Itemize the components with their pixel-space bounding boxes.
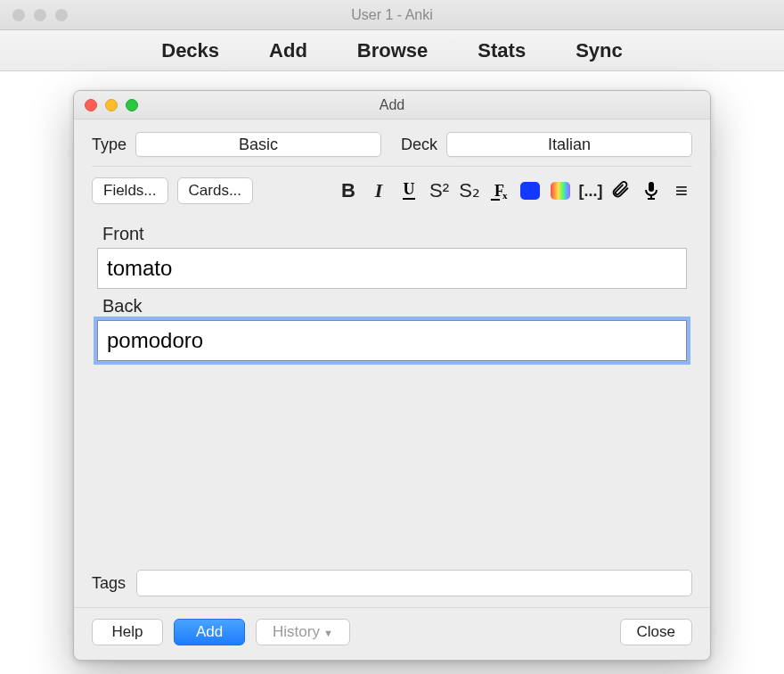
main-window-titlebar: User 1 - Anki xyxy=(0,0,784,30)
dialog-title: Add xyxy=(74,97,710,113)
front-label: Front xyxy=(102,224,687,244)
type-label: Type xyxy=(92,136,127,154)
add-button[interactable]: Add xyxy=(174,619,245,645)
tags-label: Tags xyxy=(92,574,126,593)
tags-row: Tags xyxy=(92,570,692,607)
more-options-icon[interactable]: ≡ xyxy=(671,180,692,201)
nav-add[interactable]: Add xyxy=(269,39,307,62)
fields-area: Front Back xyxy=(92,210,692,361)
svg-rect-5 xyxy=(649,182,654,192)
history-button[interactable]: History▼ xyxy=(256,619,350,645)
deck-label: Deck xyxy=(401,136,437,154)
subscript-icon[interactable]: S₂ xyxy=(459,180,480,201)
superscript-icon[interactable]: S² xyxy=(429,180,450,201)
underline-icon[interactable]: U xyxy=(398,180,420,201)
divider xyxy=(74,607,710,608)
tags-input[interactable] xyxy=(136,570,692,596)
close-button[interactable]: Close xyxy=(620,619,692,645)
nav-browse[interactable]: Browse xyxy=(357,39,428,62)
back-field[interactable] xyxy=(97,320,687,361)
front-field[interactable] xyxy=(97,248,687,289)
clear-formatting-icon[interactable]: Fx xyxy=(489,180,510,201)
nav-stats[interactable]: Stats xyxy=(478,39,526,62)
attach-icon[interactable] xyxy=(610,180,632,201)
type-deck-row: Type Basic Deck Italian xyxy=(92,130,692,167)
main-nav: Decks Add Browse Stats Sync xyxy=(0,30,784,71)
svg-text:x: x xyxy=(502,190,508,201)
text-color-icon[interactable] xyxy=(519,180,541,201)
highlight-color-icon[interactable] xyxy=(550,180,571,201)
help-button[interactable]: Help xyxy=(92,619,163,645)
formatting-toolbar: B I U S² S₂ Fx [...] ≡ xyxy=(338,180,692,201)
footer-row: Help Add History▼ Close xyxy=(92,619,692,645)
fields-button[interactable]: Fields... xyxy=(92,177,168,204)
microphone-icon[interactable] xyxy=(641,180,662,201)
cloze-icon[interactable]: [...] xyxy=(580,180,601,201)
deck-selector[interactable]: Italian xyxy=(446,132,692,157)
nav-sync[interactable]: Sync xyxy=(576,39,623,62)
tools-row: Fields... Cards... B I U S² S₂ Fx [...] xyxy=(92,167,692,210)
back-label: Back xyxy=(102,296,687,316)
main-window-title: User 1 - Anki xyxy=(0,7,784,23)
cards-button[interactable]: Cards... xyxy=(177,177,254,204)
add-dialog: Add Type Basic Deck Italian Fields... Ca… xyxy=(73,90,711,661)
note-type-selector[interactable]: Basic xyxy=(135,132,381,157)
dialog-titlebar: Add xyxy=(74,91,710,119)
chevron-down-icon: ▼ xyxy=(323,628,333,638)
bold-icon[interactable]: B xyxy=(338,180,359,201)
history-button-label: History xyxy=(273,623,320,640)
svg-text:U: U xyxy=(404,181,415,198)
nav-decks[interactable]: Decks xyxy=(161,39,219,62)
italic-icon[interactable]: I xyxy=(368,180,389,201)
